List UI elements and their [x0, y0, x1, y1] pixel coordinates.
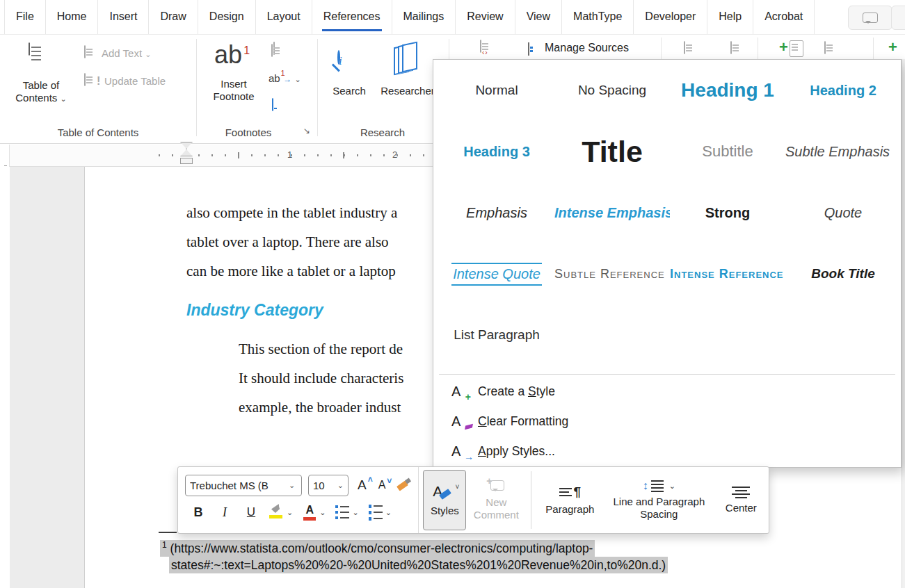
tab-view[interactable]: View: [515, 0, 562, 34]
format-painter-icon[interactable]: [394, 477, 411, 493]
chevron-down-icon[interactable]: ⌄: [352, 508, 358, 517]
insert-footnote-button[interactable]: Insert Footnote: [208, 78, 259, 103]
bibliography-icon[interactable]: [684, 42, 685, 54]
next-footnote-button[interactable]: ab1 → ⌄: [269, 72, 301, 85]
footnote-text-line: 1 (https://www.statista.com/outlook/cmo/…: [160, 540, 595, 556]
style-item-heading-2[interactable]: Heading 2: [785, 60, 901, 121]
style-item-book-title[interactable]: Book Title: [785, 243, 901, 304]
style-item-quote[interactable]: Quote: [785, 182, 901, 243]
tab-file[interactable]: File: [4, 0, 46, 34]
tab-mailings[interactable]: Mailings: [392, 0, 456, 34]
first-line-indent-handle[interactable]: [180, 142, 193, 149]
chevron-down-icon[interactable]: ⌄: [287, 508, 293, 517]
style-item-normal[interactable]: Normal: [439, 60, 554, 121]
style-item-intense-quote[interactable]: Intense Quote: [439, 243, 554, 304]
style-item-title[interactable]: Title: [554, 121, 670, 182]
paragraph-icon: ¶: [559, 484, 582, 500]
citation-style-icon[interactable]: [730, 42, 732, 54]
ruler-number: 2: [392, 149, 397, 160]
font-name-select[interactable]: Trebuchet MS (B ⌄: [185, 475, 302, 496]
group-separator: [317, 39, 318, 136]
footnotes-dialog-launcher-icon[interactable]: ↘: [303, 126, 310, 136]
style-item-intense-emphasis[interactable]: Intense Emphasis: [554, 182, 670, 243]
style-item-no-spacing[interactable]: No Spacing: [554, 60, 670, 121]
partial-edge-button[interactable]: [891, 6, 905, 30]
footnote-text-line: states#:~:text=Laptops%20%20-%20United%2…: [169, 558, 668, 573]
italic-button[interactable]: I: [211, 505, 238, 520]
chevron-down-icon[interactable]: ⌄: [385, 508, 392, 517]
tab-draw[interactable]: Draw: [149, 0, 198, 34]
style-item-subtle-emphasis[interactable]: Subtle Emphasis: [785, 121, 901, 182]
document-paragraph: This section of the report de It should …: [239, 334, 431, 425]
shrink-font-button[interactable]: A˅: [376, 479, 389, 491]
mark-entry-icon[interactable]: +: [888, 40, 897, 55]
insert-endnote-icon[interactable]: [271, 44, 273, 57]
styles-brush-icon: A ˅: [433, 483, 456, 501]
document-heading: Industry Category: [186, 301, 323, 320]
paragraph-button[interactable]: ¶ Paragraph: [536, 470, 603, 530]
underline-button[interactable]: U: [238, 505, 264, 519]
comment-bubble-icon: [863, 13, 878, 23]
comments-button[interactable]: [848, 6, 892, 30]
style-item-heading-1[interactable]: Heading 1: [670, 60, 785, 121]
bullets-icon[interactable]: [335, 505, 349, 519]
chevron-down-icon: ⌄: [295, 75, 301, 83]
styles-button[interactable]: A ˅ Styles: [423, 470, 466, 530]
tab-mathtype[interactable]: MathType: [562, 0, 634, 34]
insert-caption-icon[interactable]: +: [779, 40, 803, 57]
grow-font-button[interactable]: A˄: [355, 477, 369, 493]
font-size-select[interactable]: 10 ⌄: [308, 475, 349, 496]
ruler-number: 1: [287, 149, 292, 160]
cross-reference-icon[interactable]: [824, 42, 826, 54]
style-item-heading-3[interactable]: Heading 3: [439, 121, 554, 182]
show-notes-icon[interactable]: [272, 99, 273, 111]
numbering-icon[interactable]: [369, 505, 383, 521]
tab-review[interactable]: Review: [456, 0, 515, 34]
text-highlight-icon[interactable]: [269, 505, 284, 520]
search-button[interactable]: Search: [325, 85, 374, 97]
chevron-down-icon: ⌄: [145, 50, 151, 58]
line-spacing-button[interactable]: ↕ ⌄ Line and Paragraph Spacing: [603, 470, 714, 530]
toc-button[interactable]: Table of Contents ⌄: [7, 79, 75, 105]
chevron-down-icon: ⌄: [289, 481, 295, 490]
footnote-reference-mark: 1: [162, 540, 167, 550]
center-align-icon: [732, 487, 750, 498]
style-item-strong[interactable]: Strong: [670, 182, 785, 243]
footnote-separator: [159, 532, 177, 533]
document-scrollbar[interactable]: [902, 59, 905, 588]
page-margin-area: [10, 167, 85, 588]
font-color-icon[interactable]: A: [303, 504, 317, 521]
line-spacing-icon: ↕ ⌄: [643, 480, 675, 492]
clear-formatting-menu-item[interactable]: A Clear Formatting: [433, 407, 901, 436]
hanging-indent-handle[interactable]: [180, 149, 193, 156]
tab-developer[interactable]: Developer: [634, 0, 707, 34]
style-item-subtitle[interactable]: Subtitle: [670, 121, 785, 182]
center-align-button[interactable]: Center: [714, 470, 767, 530]
left-indent-handle[interactable]: [180, 158, 193, 164]
style-item-subtle-reference[interactable]: Subtle Reference: [554, 243, 670, 304]
tab-design[interactable]: Design: [198, 0, 256, 34]
create-a-style-menu-item[interactable]: A+ Create a Style: [433, 377, 901, 407]
style-item-list-paragraph[interactable]: List Paragraph: [439, 304, 554, 366]
chevron-down-icon[interactable]: ⌄: [319, 508, 326, 517]
tab-acrobat[interactable]: Acrobat: [753, 0, 815, 34]
tab-layout[interactable]: Layout: [256, 0, 312, 34]
create-style-icon: A+: [451, 384, 468, 400]
bold-button[interactable]: B: [185, 505, 211, 520]
tab-home[interactable]: Home: [46, 0, 99, 34]
manage-sources-button[interactable]: Manage Sources: [545, 42, 629, 54]
group-separator: [196, 39, 197, 136]
indent-marker[interactable]: [180, 142, 193, 171]
clear-formatting-icon: A: [451, 414, 468, 430]
researcher-button[interactable]: Researcher: [376, 85, 440, 97]
tab-references[interactable]: References: [312, 0, 392, 34]
style-item-emphasis[interactable]: Emphasis: [439, 182, 554, 243]
document-paragraph: also compete in the tablet industry a ta…: [186, 198, 431, 290]
apply-styles-menu-item[interactable]: A→ Apply Styles...: [433, 436, 901, 466]
insert-citation-icon[interactable]: ‹›: [480, 40, 481, 53]
tab-help[interactable]: Help: [707, 0, 753, 34]
footnotes-group-label: Footnotes: [200, 126, 297, 138]
add-text-icon: [84, 46, 86, 58]
style-item-intense-reference[interactable]: Intense Reference: [670, 243, 785, 304]
tab-insert[interactable]: Insert: [98, 0, 149, 34]
